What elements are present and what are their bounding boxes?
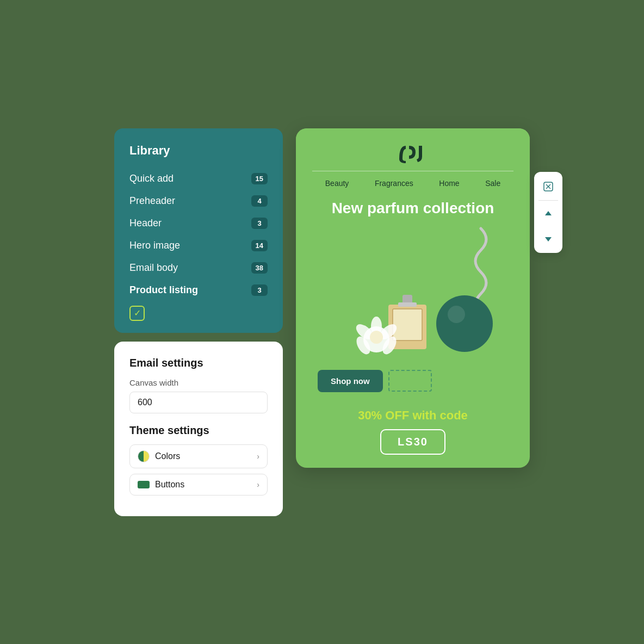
color-wheel-icon <box>138 450 150 462</box>
shop-now-button[interactable]: Shop now <box>318 370 383 392</box>
email-product-image <box>296 218 530 370</box>
main-container: Library Quick add 15 Preheader 4 Header … <box>114 128 530 516</box>
theme-item-buttons[interactable]: Buttons › <box>129 474 268 496</box>
email-header: Beauty Fragrances Home Sale New parfum c… <box>296 128 530 218</box>
colors-label: Colors <box>155 451 180 461</box>
arrow-down-icon <box>544 234 553 243</box>
theme-item-colors[interactable]: Colors › <box>129 444 268 468</box>
svg-rect-5 <box>398 302 417 307</box>
move-down-button[interactable] <box>538 228 559 249</box>
action-divider <box>538 200 558 201</box>
dashed-placeholder <box>388 370 432 392</box>
library-item-product-listing[interactable]: Product listing 3 <box>129 279 268 301</box>
library-item-header[interactable]: Header 3 <box>129 212 268 234</box>
settings-panel: Email settings Canvas width Theme settin… <box>114 342 283 516</box>
email-divider <box>312 171 513 171</box>
arrow-up-icon <box>544 210 553 219</box>
nav-home: Home <box>439 179 459 188</box>
library-item-quick-add[interactable]: Quick add 15 <box>129 168 268 190</box>
close-button[interactable] <box>538 176 559 197</box>
nav-beauty: Beauty <box>325 179 349 188</box>
library-panel: Library Quick add 15 Preheader 4 Header … <box>114 128 283 333</box>
logo-svg <box>394 141 432 163</box>
nav-fragrances: Fragrances <box>375 179 413 188</box>
email-nav: Beauty Fragrances Home Sale <box>312 179 513 188</box>
move-up-button[interactable] <box>538 204 559 225</box>
library-item-preheader[interactable]: Preheader 4 <box>129 190 268 212</box>
nav-sale: Sale <box>485 179 500 188</box>
canvas-width-input[interactable] <box>129 392 268 413</box>
library-title: Library <box>129 144 268 158</box>
email-cta-section: Shop now <box>296 370 530 403</box>
close-icon <box>543 182 553 191</box>
svg-rect-3 <box>393 309 422 340</box>
chevron-right-icon-2: › <box>257 480 259 489</box>
button-rect-icon <box>138 481 150 488</box>
email-preview-wrapper: Beauty Fragrances Home Sale New parfum c… <box>296 128 530 468</box>
theme-settings-title: Theme settings <box>129 424 268 437</box>
buttons-label: Buttons <box>155 480 184 490</box>
svg-point-12 <box>370 331 383 344</box>
email-hero-text: New parfum collection <box>312 199 513 218</box>
library-item-hero-image[interactable]: Hero image 14 <box>129 234 268 257</box>
chevron-right-icon: › <box>257 452 259 461</box>
product-illustration <box>296 218 530 370</box>
svg-point-1 <box>448 306 465 323</box>
email-preview: Beauty Fragrances Home Sale New parfum c… <box>296 128 530 468</box>
promo-text: 30% OFF with code <box>312 408 513 423</box>
email-promo-section: 30% OFF with code LS30 <box>296 403 530 468</box>
action-panel <box>534 172 562 253</box>
email-logo <box>312 141 513 163</box>
promo-code: LS30 <box>380 429 445 455</box>
library-item-email-body[interactable]: Email body 38 <box>129 257 268 279</box>
svg-point-0 <box>436 295 493 352</box>
left-column: Library Quick add 15 Preheader 4 Header … <box>114 128 283 516</box>
email-settings-title: Email settings <box>129 357 268 369</box>
canvas-width-label: Canvas width <box>129 378 268 387</box>
selected-checkbox-icon: ✓ <box>129 306 145 321</box>
